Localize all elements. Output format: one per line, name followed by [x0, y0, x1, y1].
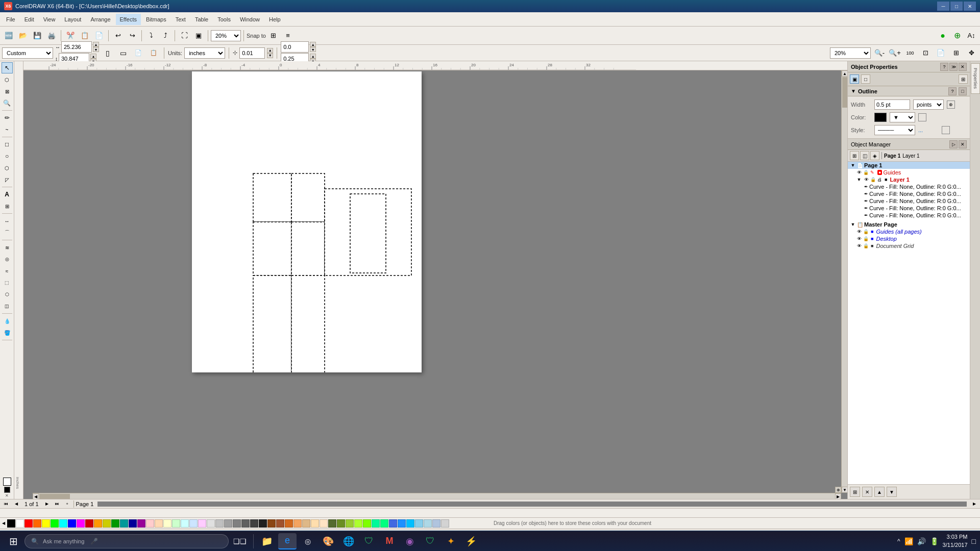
outline-style-select[interactable]: ──── - - - - · · · · — [874, 125, 915, 135]
properties-tab[interactable]: Properties — [971, 63, 980, 94]
menu-view[interactable]: View — [39, 14, 60, 25]
menu-help[interactable]: Help — [265, 14, 285, 25]
color-cell-24[interactable] — [215, 519, 224, 528]
mic-icon[interactable]: 🎤 — [90, 538, 98, 545]
tree-curve2[interactable]: ✒ Curve - Fill: None, Outline: R:0 G:0..… — [848, 190, 970, 197]
tree-desktop[interactable]: 👁 🔒 ■ Desktop — [848, 235, 970, 242]
save-button[interactable]: 💾 — [31, 29, 44, 42]
guides-eye-icon[interactable]: 👁 — [856, 169, 862, 176]
cut-button[interactable]: ✂️ — [64, 29, 77, 42]
color-cell-22[interactable] — [198, 519, 206, 528]
object-manager-tree[interactable]: ▼ 📄 Page 1 👁 🔒 ✎ ● Guides ▼ — [848, 162, 970, 484]
fill-swatch[interactable] — [3, 478, 11, 486]
width-spin-down[interactable]: ▼ — [93, 47, 99, 52]
color-cell-9[interactable] — [85, 519, 93, 528]
page-first-button[interactable]: ⏮ — [2, 500, 10, 508]
blend-tool-button[interactable]: ≋ — [2, 242, 13, 253]
menu-layout[interactable]: Layout — [60, 14, 85, 25]
layer1-eye-icon[interactable]: 👁 — [863, 177, 869, 183]
color-cell-47[interactable] — [415, 519, 423, 528]
zoom-fit-button[interactable]: ⊡ — [919, 46, 932, 60]
color-cell-15[interactable] — [137, 519, 145, 528]
color-cell-32[interactable] — [285, 519, 293, 528]
tree-curve1[interactable]: ✒ Curve - Fill: None, Outline: R:0 G:0..… — [848, 183, 970, 190]
color-cell-5[interactable] — [51, 519, 59, 528]
color-cell-50[interactable] — [441, 519, 449, 528]
import-button[interactable]: ⤵ — [144, 29, 158, 42]
vscroll-up[interactable]: ▲ — [842, 70, 847, 77]
page-settings-button[interactable]: 📄 — [132, 46, 145, 60]
cortana-button[interactable]: ◎ — [299, 533, 317, 549]
tree-doc-grid[interactable]: 👁 🔒 ■ Document Grid — [848, 242, 970, 249]
fill-tool-button[interactable]: 🪣 — [2, 327, 13, 338]
obj-manager-close[interactable]: ✕ — [959, 140, 967, 148]
file-explorer-button[interactable]: 📁 — [258, 533, 276, 549]
taskbar-search[interactable]: 🔍 Ask me anything 🎤 — [24, 534, 229, 548]
full-screen-button[interactable]: ⛶ — [178, 29, 191, 42]
zoom-in-button[interactable]: 🔍+ — [888, 46, 901, 60]
color-cell-17[interactable] — [155, 519, 163, 528]
new-master-layer-button[interactable]: ◫ — [860, 151, 869, 160]
redo-button[interactable]: ↪ — [126, 29, 139, 42]
outline-color-options[interactable] — [918, 113, 926, 121]
guides-edit-icon[interactable]: ✎ — [869, 169, 875, 176]
color-cell-39[interactable] — [346, 519, 354, 528]
outline-width-input[interactable] — [874, 99, 910, 110]
open-button[interactable]: 📂 — [16, 29, 30, 42]
color-cell-45[interactable] — [398, 519, 406, 528]
app10-button[interactable]: ✦ — [442, 533, 460, 549]
menu-arrange[interactable]: Arrange — [86, 14, 114, 25]
color-cell-6[interactable] — [59, 519, 67, 528]
color-cell-16[interactable] — [146, 519, 154, 528]
outline-help[interactable]: ? — [948, 87, 957, 95]
x-spin[interactable]: ▲ ▼ — [310, 42, 316, 52]
color-cell-48[interactable] — [424, 519, 432, 528]
more-button[interactable]: ... — [918, 127, 939, 133]
color-cell-42[interactable] — [372, 519, 380, 528]
pan-button[interactable]: ✥ — [965, 46, 978, 60]
color-cell-19[interactable] — [172, 519, 180, 528]
outline-width-options[interactable]: ⊕ — [947, 101, 955, 109]
corel-button[interactable]: 🎨 — [319, 533, 337, 549]
color-cell-31[interactable] — [276, 519, 284, 528]
outline-icon[interactable]: □ — [861, 74, 870, 84]
color-cell-20[interactable] — [181, 519, 189, 528]
color-cell-3[interactable] — [33, 519, 41, 528]
hscroll-right[interactable]: ▶ — [835, 493, 841, 499]
panel-help-button[interactable]: ? — [940, 63, 948, 71]
network-icon[interactable]: 📶 — [904, 537, 913, 545]
zoom-all-button[interactable]: ⊞ — [949, 46, 963, 60]
basic-shapes-button[interactable]: ◸ — [2, 174, 13, 185]
new-layer-btn[interactable]: ⊞ — [850, 487, 860, 497]
title-bar-controls[interactable]: ─ □ ✕ — [937, 2, 976, 11]
panel-close-button[interactable]: ✕ — [959, 63, 967, 71]
color-cell-36[interactable] — [320, 519, 328, 528]
hscroll-bar[interactable] — [97, 502, 967, 507]
tree-curve3[interactable]: ✒ Curve - Fill: None, Outline: R:0 G:0..… — [848, 197, 970, 205]
menu-tools[interactable]: Tools — [213, 14, 235, 25]
connector-tool-button[interactable]: ⌒ — [2, 227, 13, 238]
color-cell-38[interactable] — [337, 519, 345, 528]
page-next-button[interactable]: ▶ — [43, 500, 51, 508]
palette-arrow-left[interactable]: ◀ — [0, 517, 7, 529]
app7-button[interactable]: M — [380, 533, 399, 549]
width-input[interactable] — [61, 41, 92, 53]
portrait-button[interactable]: ▯ — [101, 46, 114, 60]
contour-tool-button[interactable]: ◎ — [2, 254, 13, 265]
menu-file[interactable]: File — [2, 14, 19, 25]
app11-button[interactable]: ⚡ — [462, 533, 480, 549]
freehand-tool-button[interactable]: ✏ — [2, 112, 13, 123]
eyedropper-button[interactable]: 💧 — [2, 315, 13, 327]
smart-draw-button[interactable]: ~ — [2, 124, 13, 135]
tree-curve4[interactable]: ✒ Curve - Fill: None, Outline: R:0 G:0..… — [848, 205, 970, 212]
nudge-input[interactable] — [239, 47, 265, 59]
color-cell-34[interactable] — [302, 519, 310, 528]
zoom-tool-button[interactable]: 🔍 — [2, 97, 13, 109]
color-cell-46[interactable] — [406, 519, 414, 528]
print-button[interactable]: 🖨️ — [45, 29, 58, 42]
page-size-select[interactable]: Custom Letter Legal A4 — [2, 47, 53, 59]
envelope-tool-button[interactable]: ⬚ — [2, 277, 13, 288]
nudge-spin-down[interactable]: ▼ — [267, 53, 273, 58]
maximize-button[interactable]: □ — [950, 2, 963, 11]
color-cell-28[interactable] — [250, 519, 258, 528]
